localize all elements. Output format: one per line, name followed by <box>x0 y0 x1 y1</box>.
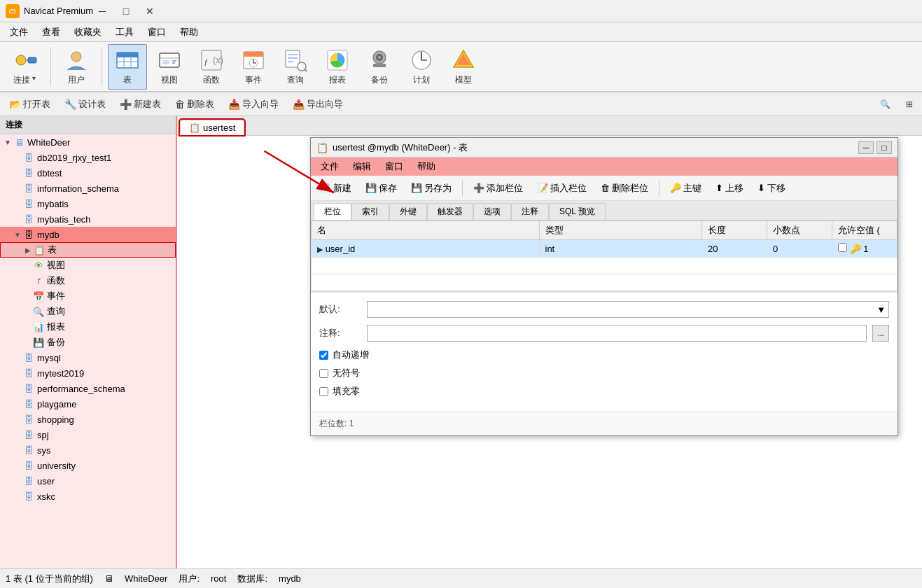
auto-increment-checkbox[interactable] <box>319 351 328 360</box>
sidebar-header: 连接 <box>0 116 176 134</box>
new-table-button[interactable]: ➕ 新建表 <box>113 95 167 113</box>
events-icon: 📅 <box>32 291 45 302</box>
modal-add-col-btn[interactable]: ➕ 添加栏位 <box>467 179 529 197</box>
sidebar-item-views[interactable]: 👁 视图 <box>0 258 176 273</box>
modal-menu-bar: 文件 编辑 窗口 帮助 <box>311 158 897 176</box>
minimize-button[interactable]: ─ <box>93 4 111 19</box>
tab-options[interactable]: 选项 <box>473 203 511 220</box>
toolbar-table[interactable]: 表 <box>108 44 147 90</box>
sidebar-item-performance-schema[interactable]: 🗄 performance_schema <box>0 381 176 396</box>
modal-menu-file[interactable]: 文件 <box>314 158 346 176</box>
add-col-icon: ➕ <box>473 183 484 193</box>
delete-table-button[interactable]: 🗑 删除表 <box>169 95 221 113</box>
modal-menu-help[interactable]: 帮助 <box>410 158 442 176</box>
unsigned-checkbox[interactable] <box>319 369 328 378</box>
sidebar-item-xskc[interactable]: 🗄 xskc <box>0 489 176 504</box>
sidebar-item-reports[interactable]: 📊 报表 <box>0 319 176 335</box>
zerofill-checkbox[interactable] <box>319 387 328 396</box>
tab-comment[interactable]: 注释 <box>511 203 549 220</box>
tab-indexes[interactable]: 索引 <box>351 203 389 220</box>
modal-maximize[interactable]: □ <box>876 141 892 154</box>
open-table-button[interactable]: 📂 打开表 <box>3 95 57 113</box>
modal-delete-col-btn[interactable]: 🗑 删除栏位 <box>594 179 655 197</box>
sidebar-item-mysql[interactable]: 🗄 mysql <box>0 350 176 365</box>
table-row[interactable]: ▶ user_id int 20 0 🔑 1 <box>312 240 897 258</box>
user-icon <box>64 48 89 73</box>
modal-panel: 📋 usertest @mydb (WhiteDeer) - 表 ─ □ 文件 … <box>310 137 898 436</box>
toolbar-function[interactable]: f (x) 函数 <box>192 44 231 90</box>
menu-file[interactable]: 文件 <box>3 22 35 41</box>
design-table-button[interactable]: 🔧 设计表 <box>58 95 112 113</box>
toolbar-connect[interactable]: 连接 ▼ <box>6 44 45 90</box>
modal-title: usertest @mydb (WhiteDeer) - 表 <box>333 141 858 154</box>
sidebar-item-db2019[interactable]: 🗄 db2019_rjxy_test1 <box>0 150 176 165</box>
sidebar-item-queries[interactable]: 🔍 查询 <box>0 304 176 319</box>
sidebar-item-tables[interactable]: ▶ 📋 表 <box>0 242 176 258</box>
sidebar-item-whitedeer[interactable]: ▼ 🖥 WhiteDeer <box>0 134 176 150</box>
toolbar-model[interactable]: 模型 <box>444 44 483 90</box>
modal-menu-edit[interactable]: 编辑 <box>346 158 378 176</box>
maximize-button[interactable]: □ <box>117 4 135 19</box>
close-button[interactable]: ✕ <box>141 4 159 19</box>
modal-menu-window[interactable]: 窗口 <box>378 158 410 176</box>
modal-new-btn[interactable]: 📄 新建 <box>314 179 358 197</box>
comment-input[interactable] <box>367 325 867 342</box>
status-db: mydb <box>279 573 301 584</box>
view-toggle-button[interactable]: ⊞ <box>900 97 919 112</box>
sidebar-item-info-schema[interactable]: 🗄 information_schema <box>0 181 176 196</box>
toolbar-backup[interactable]: 备份 <box>360 44 399 90</box>
modal-saveas-btn[interactable]: 💾 另存为 <box>405 179 458 197</box>
sidebar-item-dbtest[interactable]: 🗄 dbtest <box>0 165 176 181</box>
toolbar-query[interactable]: 查询 <box>276 44 315 90</box>
sidebar-item-mybatis[interactable]: 🗄 mybatis <box>0 196 176 211</box>
menu-view[interactable]: 查看 <box>35 22 67 41</box>
export-wizard-button[interactable]: 📤 导出向导 <box>286 95 349 113</box>
sidebar-item-events[interactable]: 📅 事件 <box>0 288 176 304</box>
modal-move-up-btn[interactable]: ⬆ 上移 <box>709 179 750 197</box>
sidebar-item-university[interactable]: 🗄 university <box>0 458 176 473</box>
sidebar-item-playgame[interactable]: 🗄 playgame <box>0 396 176 412</box>
toolbar-event[interactable]: 事件 <box>234 44 273 90</box>
modal-controls: ─ □ <box>858 141 892 154</box>
tab-foreign-keys[interactable]: 外键 <box>389 203 427 220</box>
modal-insert-col-btn[interactable]: 📝 插入栏位 <box>531 179 593 197</box>
sidebar-item-backups[interactable]: 💾 备份 <box>0 335 176 350</box>
comment-dots-button[interactable]: ... <box>872 325 889 342</box>
sidebar-item-mytest2019[interactable]: 🗄 mytest2019 <box>0 365 176 381</box>
sidebar-item-user[interactable]: 🗄 user <box>0 473 176 489</box>
modal-minimize[interactable]: ─ <box>858 141 874 154</box>
default-select[interactable]: ▼ <box>367 301 889 318</box>
menu-window[interactable]: 窗口 <box>141 22 173 41</box>
tab-triggers[interactable]: 触发器 <box>427 203 473 220</box>
modal-primary-key-btn[interactable]: 🔑 主键 <box>664 179 708 197</box>
toolbar-view[interactable]: 视图 <box>150 44 189 90</box>
search-button[interactable]: 🔍 <box>875 96 895 113</box>
tab-sql-preview[interactable]: SQL 预览 <box>549 203 606 220</box>
toolbar-report[interactable]: 报表 <box>318 44 357 90</box>
menu-help[interactable]: 帮助 <box>173 22 205 41</box>
toolbar-divider-1 <box>50 47 51 86</box>
menu-favorites[interactable]: 收藏夹 <box>67 22 109 41</box>
import-wizard-button[interactable]: 📥 导入向导 <box>222 95 285 113</box>
sidebar-item-mybatis-tech[interactable]: 🗄 mybatis_tech <box>0 211 176 227</box>
sidebar-item-mydb[interactable]: ▼ 🗄 mydb <box>0 227 176 242</box>
connect-icon <box>13 48 38 73</box>
toolbar-user[interactable]: 用户 <box>57 44 96 90</box>
spj-icon: 🗄 <box>22 430 35 440</box>
tab-fields[interactable]: 栏位 <box>314 203 351 220</box>
sidebar-item-spj[interactable]: 🗄 spj <box>0 427 176 442</box>
modal-move-down-btn[interactable]: ⬇ 下移 <box>751 179 792 197</box>
sidebar-item-shopping[interactable]: 🗄 shopping <box>0 412 176 427</box>
sidebar-item-sys[interactable]: 🗄 sys <box>0 442 176 458</box>
svg-text:(x): (x) <box>213 55 223 65</box>
functions-icon: f <box>32 276 45 286</box>
nullable-checkbox[interactable] <box>838 243 847 252</box>
event-label: 事件 <box>245 74 262 86</box>
usertest-tab[interactable]: 📋 usertest <box>180 120 244 135</box>
sidebar-item-functions[interactable]: f 函数 <box>0 273 176 288</box>
modal-save-btn[interactable]: 💾 保存 <box>359 179 403 197</box>
up-icon: ⬆ <box>715 183 723 193</box>
table-icon <box>115 48 140 73</box>
toolbar-schedule[interactable]: 计划 <box>402 44 441 90</box>
menu-tools[interactable]: 工具 <box>109 22 141 41</box>
